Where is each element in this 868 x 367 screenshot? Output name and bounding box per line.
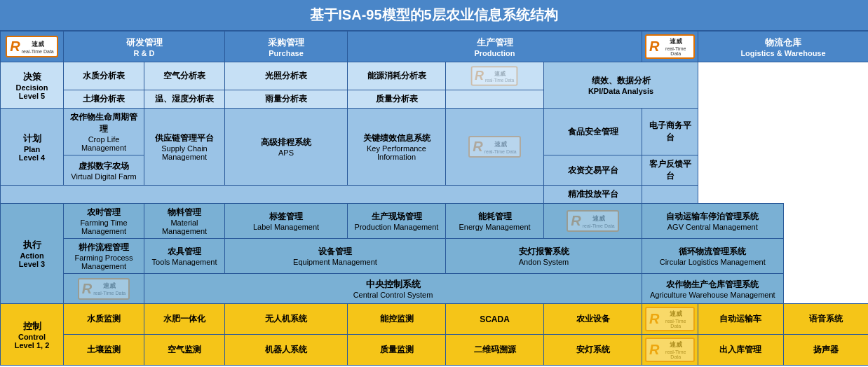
decision-light-analysis: 光照分析表 [225,62,348,90]
control-warehouse-mgmt: 出入库管理 [698,335,784,366]
plan-supply-cn: 供应链管理平台 [147,132,222,144]
header-production: 生产管理 Production [348,32,642,62]
header-row: R 速威 real-Time Data 研发管理 R & D 采购管理 Purc… [1,32,869,62]
plan-kpi-en: Key Performance Information [351,144,442,161]
decision-soil-analysis: 土壤分析表 [64,90,144,109]
logo2-text: 速威 real-Time Data [660,37,691,56]
plan-supply-en: Supply Chain Management [147,144,222,161]
decision-temp-analysis: 温、湿度分析表 [144,90,225,109]
logo2-cn: 速威 [660,37,691,46]
control-drone: 无人机系统 [225,304,348,335]
action-andon: 安灯报警系统 Andon System [446,239,642,274]
action-circular-logistics: 循环物流管理系统 Circular Logistics Management [642,239,784,274]
control-en2: Level 1, 2 [4,341,60,349]
control-agri-equipment: 农业设备 [544,304,642,335]
plan-en: Plan [4,145,60,153]
decision-cn: 决策 [4,71,60,83]
control-en: Control [4,333,60,341]
control-water-monitor: 水质监测 [64,304,144,335]
plan-kpi-info: 关键绩效信息系统 Key Performance Information [348,109,446,186]
plan-virtual-farm: 虚拟数字农场 Virtual Digital Farm [64,155,144,186]
action-logo-wm2: R 速威 real-Time Data [64,274,144,304]
control-auto-transport: 自动运输车 [698,304,784,335]
plan-aps-cn: 高级排程系统 [228,137,344,148]
action-row-2: 耕作流程管理 Farming Process Management 农具管理 T… [1,239,869,274]
plan-vf-en: Virtual Digital Farm [67,172,141,181]
control-water-fertilizer: 水肥一体化 [144,304,225,335]
logo-wm-plan: R 速威 real-Time Data [468,136,520,158]
control-row-1: 控制 Control Level 1, 2 水质监测 水肥一体化 无人机系统 能… [1,304,869,335]
main-title: 基于ISA-95模型的5层农业信息系统结构 [0,0,868,31]
header-logistics-cn: 物流仓库 [698,36,868,49]
action-agv: 自动运输车停泊管理系统 AGV Central Management [642,204,784,239]
plan-crop-cn: 农作物生命周期管理 [67,111,141,135]
action-tools: 农具管理 Tools Management [144,239,225,274]
logo-cn: 速威 [22,40,54,49]
header-production-cn: 生产管理 [348,36,642,49]
plan-crop-lifecycle: 农作物生命周期管理 Crop Life Management [64,109,144,155]
action-equipment: 设备管理 Equipment Management [225,239,446,274]
decision-energy-analysis: 能源消耗分析表 [348,62,446,90]
plan-ecommerce: 电子商务平台 [642,109,698,155]
control-voice: 语音系统 [783,304,868,335]
header-purchase: 采购管理 Purchase [225,32,348,62]
decision-row-2: 土壤分析表 温、湿度分析表 雨量分析表 质量分析表 [1,90,869,109]
header-purchase-en: Purchase [225,49,347,57]
plan-en2: Level 4 [4,153,60,162]
control-logo-wm2: R 速威 real-Time Data [642,335,698,366]
action-energy: 能耗管理 Energy Management [446,204,544,239]
plan-row-1: 计划 Plan Level 4 农作物生命周期管理 Crop Life Mana… [1,109,869,155]
logo-cell: R 速威 real-Time Data [1,32,64,62]
control-robot: 机器人系统 [225,335,348,366]
logo-r-letter: R [10,39,20,55]
header-purchase-cn: 采购管理 [225,36,347,49]
page-wrapper: 基于ISA-95模型的5层农业信息系统结构 R 速威 real-Time Dat… [0,0,868,366]
action-logo-wm: R 速威 real-Time Data [544,204,642,239]
header-rd-en: R & D [64,49,224,57]
decision-kpi-en: KPI/Data Analysis [548,87,693,95]
decision-rain-analysis: 雨量分析表 [225,90,348,109]
control-air-monitor: 空气监测 [144,335,225,366]
action-label-mgmt: 标签管理 Label Management [225,204,348,239]
plan-logo-wm: R 速威 real-Time Data [446,109,544,186]
decision-logo-wm2 [446,90,544,109]
logo-wm-decision: R 速威 real-Time Data [471,67,518,86]
action-cn: 执行 [4,239,60,251]
plan-kpi-cn: 关键绩效信息系统 [351,132,442,144]
control-scada: SCADA [446,304,544,335]
action-agri-warehouse: 农作物生产仓库管理系统 Agriculture Warehouse Manage… [642,274,784,304]
decision-label: 决策 Decision Level 5 [1,62,64,109]
decision-row-1: 决策 Decision Level 5 水质分析表 空气分析表 光照分析表 能源… [1,62,869,90]
decision-kpi-cn: 绩效、数据分析 [548,75,693,87]
action-central-control: 中央控制系统 Central Control System [144,274,642,304]
logo2-en: real-Time Data [660,46,691,56]
logo2: R 速威 real-Time Data [645,34,695,59]
plan-supply-chain: 供应链管理平台 Supply Chain Management [144,109,225,186]
action-production-mgmt: 生产现场管理 Production Management [348,204,446,239]
isa-table: R 速威 real-Time Data 研发管理 R & D 采购管理 Purc… [0,31,868,366]
action-row-1: 执行 Action Level 3 农时管理 Farming Time Mana… [1,204,869,239]
header-logistics: 物流仓库 Logistics & Warehouse [698,32,869,62]
decision-logo-wm: R 速威 real-Time Data [446,62,544,90]
header-rd: 研发管理 R & D [64,32,225,62]
plan-row-3-extra: 精准投放平台 [1,186,869,204]
plan-customer-feedback: 客户反馈平台 [642,155,698,186]
logo-text: 速威 real-Time Data [22,40,54,54]
control-logo-wm: R 速威 real-Time Data [642,304,698,335]
action-material: 物料管理 Material Management [144,204,225,239]
plan-aps-en: APS [228,148,344,157]
plan-label: 计划 Plan Level 4 [1,109,64,186]
decision-en: Decision [4,83,60,92]
decision-kpi: 绩效、数据分析 KPI/Data Analysis [544,62,698,109]
control-soil-monitor: 土壤监测 [64,335,144,366]
decision-quality-analysis: 质量分析表 [348,90,446,109]
logo-en: real-Time Data [22,49,54,54]
plan-agri-trade: 农资交易平台 [544,155,642,186]
logo: R 速威 real-Time Data [6,36,57,57]
header-rd-cn: 研发管理 [64,36,224,49]
control-row-2: 土壤监测 空气监测 机器人系统 质量监测 二维码溯源 安灯系统 [1,335,869,366]
decision-en2: Level 5 [4,92,60,100]
plan-empty-span [1,186,544,204]
action-en2: Level 3 [4,260,60,268]
logo2-r: R [649,39,659,55]
